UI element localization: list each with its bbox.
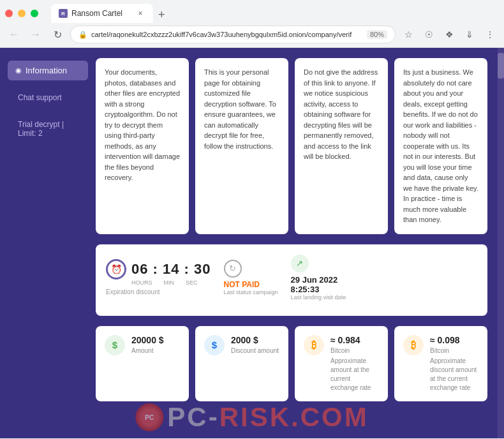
amount-icon-3: ₿ bbox=[304, 335, 324, 355]
url-bar[interactable]: 🔒 cartel/raqonekult2cxbzzz2ukiff7v6cav3w… bbox=[70, 26, 396, 43]
amount-card-4: ₿ ≈ 0.098 Bitcoin Approximate discount a… bbox=[394, 326, 487, 401]
card-4: Its just a business. We absolutely do no… bbox=[394, 58, 487, 234]
maximize-button[interactable] bbox=[31, 10, 38, 17]
sidebar-item-label: Information bbox=[26, 66, 67, 75]
sidebar-item-trial[interactable]: Trial decrypt | Limit: 2 bbox=[8, 115, 88, 143]
cards-row: Your documents, photos, databases and ot… bbox=[96, 58, 487, 234]
window-controls bbox=[5, 10, 38, 17]
card-1-text: Your documents, photos, databases and ot… bbox=[105, 68, 180, 181]
card-4-text: Its just a business. We absolutely do no… bbox=[403, 68, 478, 223]
tab-close-button[interactable]: × bbox=[135, 8, 145, 19]
sidebar-item-label: Trial decrypt | Limit: 2 bbox=[18, 120, 64, 138]
address-bar: ← → ↻ 🔒 cartel/raqonekult2cxbzzz2ukiff7v… bbox=[0, 23, 504, 47]
amount-label-2: Discount amount bbox=[231, 346, 279, 355]
minimize-button[interactable] bbox=[18, 10, 26, 17]
card-3-text: Do not give the address of this link to … bbox=[304, 68, 378, 160]
amount-icon-1: $ bbox=[105, 335, 125, 355]
active-tab[interactable]: R Ransom Cartel × bbox=[51, 4, 153, 23]
timer-value: 06 : 14 : 30 bbox=[131, 261, 211, 278]
close-button[interactable] bbox=[5, 10, 13, 17]
browser-chrome: R Ransom Cartel × + ← → ↻ 🔒 cartel/raqon… bbox=[0, 0, 504, 48]
amount-value-4: ≈ 0.098 bbox=[430, 335, 478, 345]
url-text: cartel/raqonekult2cxbzzz2ukiff7v6cav3w37… bbox=[91, 31, 363, 38]
timer-labels: HOURS MIN SEC bbox=[131, 279, 198, 286]
date-label: Last landing visit date bbox=[291, 294, 346, 301]
timer-icon: ⏰ bbox=[106, 259, 126, 279]
shield-icon[interactable]: ☉ bbox=[420, 26, 438, 43]
amount-label-1: Amount bbox=[131, 346, 164, 355]
card-3: Do not give the address of this link to … bbox=[295, 58, 388, 234]
sidebar-item-label: Chat support bbox=[18, 93, 62, 102]
card-2: This is your personal page for obtaining… bbox=[195, 58, 288, 234]
refresh-button[interactable]: ↻ bbox=[48, 26, 66, 43]
status-row: ⏰ 06 : 14 : 30 HOURS MIN SEC Expiration … bbox=[106, 255, 477, 301]
menu-icon[interactable]: ⋮ bbox=[481, 26, 499, 43]
amount-card-1: $ 20000 $ Amount bbox=[96, 326, 189, 401]
hours-label: HOURS bbox=[131, 279, 152, 286]
tab-favicon: R bbox=[59, 9, 68, 18]
date-value: 29 Jun 2022 8:25:33 bbox=[291, 275, 338, 294]
zoom-level: 80% bbox=[367, 30, 387, 39]
amount-icon-2: $ bbox=[204, 335, 225, 355]
amount-value-1: 20000 $ bbox=[131, 335, 164, 345]
extension-icon[interactable]: ❖ bbox=[440, 26, 458, 43]
timer-section: ⏰ 06 : 14 : 30 HOURS MIN SEC Expiration … bbox=[106, 259, 211, 295]
main-content: Your documents, photos, databases and ot… bbox=[96, 48, 498, 438]
lock-icon: 🔒 bbox=[78, 31, 87, 39]
amount-sublabel-3: Bitcoin bbox=[330, 346, 379, 355]
forward-button[interactable]: → bbox=[27, 26, 45, 43]
amount-info-1: 20000 $ Amount bbox=[131, 335, 164, 355]
amount-label-4: Approximate discount amount at the curre… bbox=[430, 357, 478, 392]
card-1: Your documents, photos, databases and ot… bbox=[96, 58, 189, 234]
amounts-row: $ 20000 $ Amount $ 2000 $ Discount amoun… bbox=[96, 326, 487, 401]
bookmark-button[interactable]: ☆ bbox=[399, 26, 417, 43]
card-2-text: This is your personal page for obtaining… bbox=[204, 68, 276, 150]
amount-value-3: ≈ 0.984 bbox=[330, 335, 379, 345]
scrollbar-thumb[interactable] bbox=[498, 53, 504, 78]
trend-icon: ↗ bbox=[291, 255, 309, 272]
toolbar-icons: ☆ ☉ ❖ ⇓ ⋮ bbox=[399, 26, 499, 43]
amount-icon-4: ₿ bbox=[403, 335, 424, 355]
sidebar-item-chat[interactable]: Chat support bbox=[8, 88, 88, 107]
refresh-status-icon: ↻ bbox=[224, 260, 242, 278]
amount-info-4: ≈ 0.098 Bitcoin Approximate discount amo… bbox=[430, 335, 478, 392]
last-status-label: Last status campaign bbox=[224, 289, 278, 295]
date-section: ↗ 29 Jun 2022 8:25:33 Last landing visit… bbox=[291, 255, 346, 301]
amount-card-2: $ 2000 $ Discount amount bbox=[195, 326, 288, 401]
payment-status-section: ↻ NOT PAID Last status campaign bbox=[224, 260, 278, 295]
new-tab-button[interactable]: + bbox=[153, 6, 170, 23]
expiration-label: Expiration discount bbox=[106, 288, 160, 295]
tab-bar: R Ransom Cartel × + bbox=[46, 4, 175, 23]
min-label: MIN bbox=[164, 279, 175, 286]
page-content: Information Chat support Trial decrypt |… bbox=[0, 48, 504, 438]
amount-info-3: ≈ 0.984 Bitcoin Approximate amount at th… bbox=[330, 335, 379, 392]
amount-card-3: ₿ ≈ 0.984 Bitcoin Approximate amount at … bbox=[295, 326, 388, 401]
status-panel: ⏰ 06 : 14 : 30 HOURS MIN SEC Expiration … bbox=[96, 244, 487, 316]
title-bar: R Ransom Cartel × + bbox=[0, 0, 504, 23]
amount-sublabel-4: Bitcoin bbox=[430, 346, 478, 355]
amount-label-3: Approximate amount at the current exchan… bbox=[330, 357, 379, 392]
amount-info-2: 2000 $ Discount amount bbox=[231, 335, 279, 355]
amount-value-2: 2000 $ bbox=[231, 335, 279, 345]
sidebar-item-information[interactable]: Information bbox=[8, 61, 88, 80]
tab-title: Ransom Cartel bbox=[71, 9, 122, 18]
timer-display: ⏰ 06 : 14 : 30 bbox=[106, 259, 211, 279]
sec-label: SEC bbox=[186, 279, 198, 286]
payment-status-badge: NOT PAID bbox=[224, 280, 260, 289]
scrollbar[interactable] bbox=[498, 48, 504, 438]
sidebar: Information Chat support Trial decrypt |… bbox=[0, 48, 96, 438]
back-button[interactable]: ← bbox=[5, 26, 23, 43]
download-icon[interactable]: ⇓ bbox=[461, 26, 478, 43]
